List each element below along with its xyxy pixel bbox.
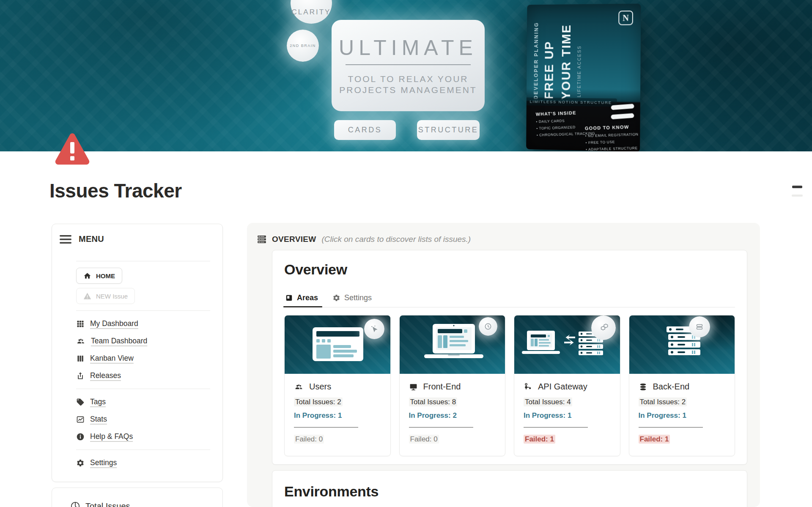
banner-subtitle-line1: TOOL TO RELAX YOUR bbox=[348, 74, 468, 84]
product-box-access: LIFETIME ACCESS bbox=[576, 15, 582, 100]
product-box-pill-2 bbox=[611, 113, 634, 119]
sidebar-item-label: Help & FAQs bbox=[90, 432, 133, 441]
new-issue-button[interactable]: NEW Issue bbox=[76, 288, 135, 304]
banner-subtitle-line2: PROJECTS MANAGEMENT bbox=[339, 85, 477, 95]
sidebar-item-releases[interactable]: Releases bbox=[76, 367, 210, 384]
gear-icon bbox=[76, 459, 85, 467]
product-box-headline-1: FREE UP bbox=[542, 15, 557, 99]
area-card-title: Back-End bbox=[653, 382, 690, 392]
banner-structure-pill: STRUCTURE bbox=[417, 120, 480, 140]
in-progress-stat: In Progress: 1 bbox=[294, 411, 381, 420]
in-progress-stat: In Progress: 1 bbox=[524, 411, 611, 420]
overview-panel: OVERVIEW (Click on cards to discover lis… bbox=[247, 223, 760, 507]
network-icon bbox=[524, 382, 532, 391]
sidebar-item-label: Team Dashboard bbox=[91, 337, 147, 345]
banner-title-rule bbox=[346, 64, 471, 65]
sidebar-item-label: Releases bbox=[90, 371, 121, 380]
good-to-know-items: • NO EMAIL REGISTRATION • FREE TO USE • … bbox=[585, 131, 639, 151]
total-issues-card[interactable]: Total Issues bbox=[52, 488, 223, 507]
sidebar-item-help-faqs[interactable]: Help & FAQs bbox=[76, 428, 210, 445]
nav-group-views: My Dashboard Team Dashboard bbox=[76, 311, 210, 389]
divider bbox=[76, 261, 210, 261]
banner-title: ULTIMATE bbox=[339, 36, 477, 60]
area-card-back-end[interactable]: Back-End Total Issues: 2 In Progress: 1 … bbox=[629, 315, 735, 456]
total-issues-label: Total Issues bbox=[85, 502, 130, 507]
hamburger-icon[interactable] bbox=[60, 235, 71, 244]
home-icon bbox=[83, 272, 91, 280]
menu-header: MENU bbox=[52, 234, 222, 244]
callout-title: OVERVIEW bbox=[272, 235, 316, 244]
users-illustration bbox=[285, 315, 390, 374]
monitor-icon bbox=[409, 383, 418, 391]
stat-divider bbox=[639, 427, 703, 428]
tab-areas[interactable]: Areas bbox=[284, 289, 319, 307]
area-card-title: API Gateway bbox=[538, 382, 587, 392]
collapse-handle[interactable] bbox=[792, 186, 802, 188]
product-box-tagline: DEVELOPER PLANNING bbox=[533, 16, 539, 99]
api-gateway-illustration bbox=[514, 315, 620, 374]
clock-badge-icon bbox=[479, 317, 497, 336]
tab-settings-label: Settings bbox=[344, 293, 372, 302]
menu-title: MENU bbox=[79, 234, 104, 244]
server-badge-icon bbox=[689, 316, 710, 337]
cover-banner: CLARITY 2ND BRAIN ULTIMATE TOOL TO RELAX… bbox=[0, 0, 812, 151]
people-icon bbox=[76, 337, 85, 345]
menu-sidebar: MENU HOME NEW Issue bbox=[52, 224, 223, 482]
total-issues-stat: Total Issues: 8 bbox=[409, 398, 496, 406]
notion-logo-icon: N bbox=[618, 11, 633, 25]
area-card-users[interactable]: Users Total Issues: 2 In Progress: 1 Fai… bbox=[284, 315, 391, 456]
in-progress-stat: In Progress: 1 bbox=[639, 411, 726, 420]
api-badge-icon bbox=[591, 315, 616, 340]
gear-icon bbox=[332, 294, 340, 302]
product-box-band: LIMITLESS NOTION STRUCTURE bbox=[527, 97, 617, 107]
stat-divider bbox=[524, 427, 588, 428]
overview-heading: Overview bbox=[284, 261, 735, 278]
nav-group-tools: Tags Stats bbox=[76, 389, 210, 449]
banner-ultimate-card: ULTIMATE TOOL TO RELAX YOUR PROJECTS MAN… bbox=[332, 20, 485, 111]
overview-callout: OVERVIEW (Click on cards to discover lis… bbox=[256, 234, 471, 245]
second-brain-bubble: 2ND BRAIN bbox=[287, 30, 319, 62]
area-cards-grid: Users Total Issues: 2 In Progress: 1 Fai… bbox=[284, 315, 735, 456]
warning-icon bbox=[83, 292, 91, 300]
total-issues-stat: Total Issues: 4 bbox=[524, 398, 611, 406]
sidebar-item-my-dashboard[interactable]: My Dashboard bbox=[76, 315, 210, 332]
area-card-front-end[interactable]: Front-End Total Issues: 8 In Progress: 2… bbox=[399, 315, 506, 456]
front-end-illustration bbox=[400, 315, 505, 374]
sidebar-item-stats[interactable]: Stats bbox=[76, 411, 210, 428]
pie-chart-icon bbox=[70, 501, 80, 507]
sidebar-item-kanban-view[interactable]: Kanban View bbox=[76, 350, 210, 367]
tab-settings[interactable]: Settings bbox=[332, 289, 373, 307]
stat-divider bbox=[409, 427, 473, 428]
sidebar-item-tags[interactable]: Tags bbox=[76, 393, 210, 411]
stat-divider bbox=[294, 427, 358, 428]
environments-heading: Environments bbox=[284, 483, 735, 500]
environments-card: Environments bbox=[272, 470, 747, 507]
failed-stat: Failed: 1 bbox=[524, 435, 611, 444]
total-issues-stat: Total Issues: 2 bbox=[294, 398, 381, 406]
sidebar-item-label: My Dashboard bbox=[90, 319, 138, 328]
area-card-api-gateway[interactable]: API Gateway Total Issues: 4 In Progress:… bbox=[514, 315, 620, 456]
clarity-bubble: CLARITY bbox=[291, 0, 332, 24]
product-box-headline-2: YOUR TIME bbox=[559, 15, 573, 100]
sidebar-item-label: Kanban View bbox=[90, 354, 134, 363]
product-box-vertical-text: DEVELOPER PLANNING FREE UP YOUR TIME LIF… bbox=[533, 15, 582, 100]
sidebar-item-team-dashboard[interactable]: Team Dashboard bbox=[76, 332, 210, 350]
warning-triangle-icon[interactable] bbox=[54, 133, 91, 167]
sidebar-item-label: Stats bbox=[90, 415, 107, 424]
banner-cards-pill: CARDS bbox=[334, 120, 396, 140]
tag-icon bbox=[76, 398, 85, 406]
sidebar-item-settings[interactable]: Settings bbox=[76, 454, 210, 471]
in-progress-stat: In Progress: 2 bbox=[409, 411, 496, 420]
database-icon bbox=[639, 383, 647, 391]
page-title: Issues Tracker bbox=[49, 179, 182, 202]
server-list-icon bbox=[256, 234, 267, 245]
home-button[interactable]: HOME bbox=[76, 268, 122, 284]
back-end-illustration bbox=[629, 315, 735, 374]
failed-stat: Failed: 0 bbox=[294, 435, 381, 444]
info-icon bbox=[76, 433, 85, 441]
good-to-know-block: GOOD TO KNOW • NO EMAIL REGISTRATION • F… bbox=[585, 124, 639, 151]
chart-icon bbox=[76, 415, 85, 424]
banner-subtitle: TOOL TO RELAX YOUR PROJECTS MANAGEMENT bbox=[339, 74, 477, 96]
area-card-title: Users bbox=[309, 382, 331, 392]
failed-stat: Failed: 0 bbox=[409, 435, 496, 444]
